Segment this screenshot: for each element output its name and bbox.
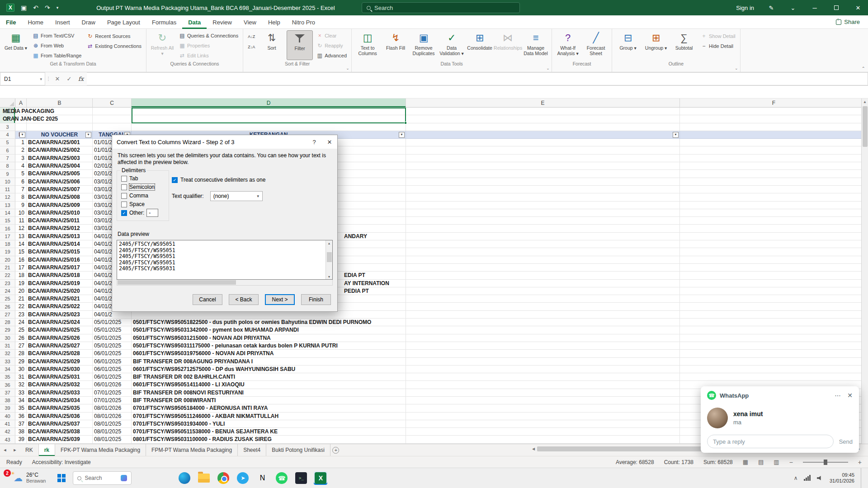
row-header-31[interactable]: 31 xyxy=(0,342,15,350)
cell-B19[interactable]: BCA/WARNA/25/015 xyxy=(27,248,93,256)
filter-button[interactable]: Filter xyxy=(287,30,313,60)
ribbon-tab-page-layout[interactable]: Page Layout xyxy=(101,15,146,29)
edit-links-button[interactable]: ⇄Edit Links xyxy=(177,51,240,60)
formula-input[interactable] xyxy=(87,72,868,85)
vertical-scrollbar[interactable]: ▲ xyxy=(861,99,868,444)
cell-A4[interactable]: N▼ xyxy=(15,131,27,139)
cell-E6[interactable] xyxy=(406,146,680,154)
cell-E11[interactable] xyxy=(406,186,680,193)
cell-B31[interactable]: BCA/WARNA/25/027 xyxy=(27,342,93,350)
cell-D3[interactable] xyxy=(132,123,406,131)
cell-A5[interactable]: 1 xyxy=(15,139,27,146)
cell-B39[interactable]: BCA/WARNA/25/035 xyxy=(27,404,93,412)
dialog-launcher-icon[interactable]: ⌄ xyxy=(545,66,551,71)
cell-F10[interactable] xyxy=(680,178,868,186)
from-table-range-button[interactable]: ▦From Table/Range xyxy=(31,51,83,60)
close-button[interactable]: ✕ xyxy=(848,0,868,15)
cell-A8[interactable]: 4 xyxy=(15,162,27,170)
cell-C27[interactable]: 04/01/2 xyxy=(93,311,132,319)
cell-D27[interactable] xyxy=(132,311,406,319)
row-header-22[interactable]: 22 xyxy=(0,272,15,279)
row-header-3[interactable]: 3 xyxy=(0,123,15,131)
row-header-11[interactable]: 11 xyxy=(0,186,15,193)
cell-E1[interactable] xyxy=(406,108,680,115)
recent-sources-button[interactable]: ↻Recent Sources xyxy=(85,31,143,41)
group-button[interactable]: ⊟Group ▾ xyxy=(615,30,641,60)
cell-E32[interactable] xyxy=(406,350,680,357)
row-header-26[interactable]: 26 xyxy=(0,303,15,310)
cell-F15[interactable] xyxy=(680,217,868,225)
cell-D42[interactable]: 0701/FTSCY/WS950511538000 - BENUA SEJAHT… xyxy=(132,428,406,436)
from-web-button[interactable]: ⊕From Web xyxy=(31,41,83,51)
data-validation-button[interactable]: ✓Data Validation ▾ xyxy=(439,30,465,60)
restore-button[interactable] xyxy=(826,0,846,15)
cell-B17[interactable]: BCA/WARNA/25/013 xyxy=(27,233,93,240)
cell-C35[interactable]: 06/01/2025 xyxy=(93,373,132,381)
clock[interactable]: 09:45 31/01/2026 xyxy=(830,472,854,484)
accessibility-status[interactable]: Accessibility: Investigate xyxy=(32,459,91,465)
cell-D30[interactable]: 0501/FTSCY/WS95031215000 - NOVAN ADI PRI… xyxy=(132,334,406,342)
cell-F5[interactable] xyxy=(680,139,868,146)
redo-icon[interactable]: ↷ xyxy=(45,4,50,11)
next-button[interactable]: Next > xyxy=(265,294,295,305)
cell-C3[interactable] xyxy=(93,123,132,131)
cell-E2[interactable] xyxy=(406,115,680,123)
cell-C42[interactable]: 08/01/2025 xyxy=(93,428,132,436)
cell-E5[interactable] xyxy=(406,139,680,146)
cell-A43[interactable]: 39 xyxy=(15,436,27,443)
undo-icon[interactable]: ↶ xyxy=(33,4,38,11)
cell-A3[interactable] xyxy=(15,123,27,131)
cell-F13[interactable] xyxy=(680,202,868,209)
cell-A19[interactable]: 15 xyxy=(15,248,27,256)
zoom-in-icon[interactable]: + xyxy=(858,459,862,466)
row-header-10[interactable]: 10 xyxy=(0,178,15,186)
sign-in-button[interactable]: Sign in xyxy=(731,5,760,11)
cell-A42[interactable]: 38 xyxy=(15,428,27,436)
cell-B33[interactable]: BCA/WARNA/25/029 xyxy=(27,358,93,366)
filter-dropdown-icon-A[interactable]: ▼ xyxy=(19,132,25,138)
cell-F7[interactable] xyxy=(680,155,868,162)
cell-F17[interactable] xyxy=(680,233,868,240)
cell-B27[interactable]: BCA/WARNA/25/023 xyxy=(27,311,93,319)
dialog-title-bar[interactable]: Convert Text to Columns Wizard - Step 2 … xyxy=(112,135,337,149)
cell-F23[interactable] xyxy=(680,280,868,287)
whatsapp-taskbar-icon[interactable]: ☎ xyxy=(275,471,288,485)
collapse-ribbon-icon[interactable]: ⌃ xyxy=(862,66,865,71)
row-header-15[interactable]: 15 xyxy=(0,217,15,225)
cell-B35[interactable]: BCA/WARNA/25/031 xyxy=(27,373,93,381)
from-text-csv-button[interactable]: ▤From Text/CSV xyxy=(31,31,83,41)
scroll-up-icon[interactable]: ▲ xyxy=(862,99,868,105)
cell-C37[interactable]: 07/01/2025 xyxy=(93,389,132,397)
cell-F19[interactable] xyxy=(680,248,868,256)
row-header-14[interactable]: 14 xyxy=(0,209,15,217)
page-break-view-icon[interactable]: ▥ xyxy=(774,459,779,465)
sheet-tab-sheet4[interactable]: Sheet4 xyxy=(238,444,266,456)
cell-D35[interactable]: BIF TRANSFER DR 002 BAHRLH.CANTI xyxy=(132,373,406,381)
cell-A9[interactable]: 5 xyxy=(15,170,27,178)
sheet-tab-fpk-pt-warna-media-packaging[interactable]: FPK-PT Warna Media Packaging xyxy=(55,444,146,456)
row-header-25[interactable]: 25 xyxy=(0,295,15,303)
cell-B34[interactable]: BCA/WARNA/25/030 xyxy=(27,366,93,373)
consolidate-button[interactable]: ⊞Consolidate xyxy=(467,30,493,60)
cell-A35[interactable]: 31 xyxy=(15,373,27,381)
checkbox-comma[interactable] xyxy=(121,193,127,199)
row-header-29[interactable]: 29 xyxy=(0,326,15,334)
cell-F30[interactable] xyxy=(680,334,868,342)
row-header-43[interactable]: 43 xyxy=(0,436,15,443)
subtotal-button[interactable]: ∑Subtotal xyxy=(671,30,697,60)
dialog-launcher-icon[interactable]: ⌄ xyxy=(345,66,350,71)
cell-C1[interactable] xyxy=(93,108,132,115)
cell-A30[interactable]: 26 xyxy=(15,334,27,342)
what-if-analysis-button[interactable]: ?What-If Analysis ▾ xyxy=(555,30,581,60)
row-header-38[interactable]: 38 xyxy=(0,397,15,404)
cell-A36[interactable]: 32 xyxy=(15,381,27,389)
cell-B22[interactable]: BCA/WARNA/25/018 xyxy=(27,272,93,279)
cell-E42[interactable] xyxy=(406,428,680,436)
cell-B41[interactable]: BCA/WARNA/25/037 xyxy=(27,420,93,428)
cell-C39[interactable]: 08/01/2026 xyxy=(93,404,132,412)
checkbox-semicolon[interactable] xyxy=(121,184,127,190)
taskbar-search-box[interactable]: Search xyxy=(73,471,132,485)
cell-B37[interactable]: BCA/WARNA/25/033 xyxy=(27,389,93,397)
draw-icon[interactable]: ✎ xyxy=(761,0,781,15)
reply-input[interactable]: Type a reply xyxy=(707,435,834,448)
